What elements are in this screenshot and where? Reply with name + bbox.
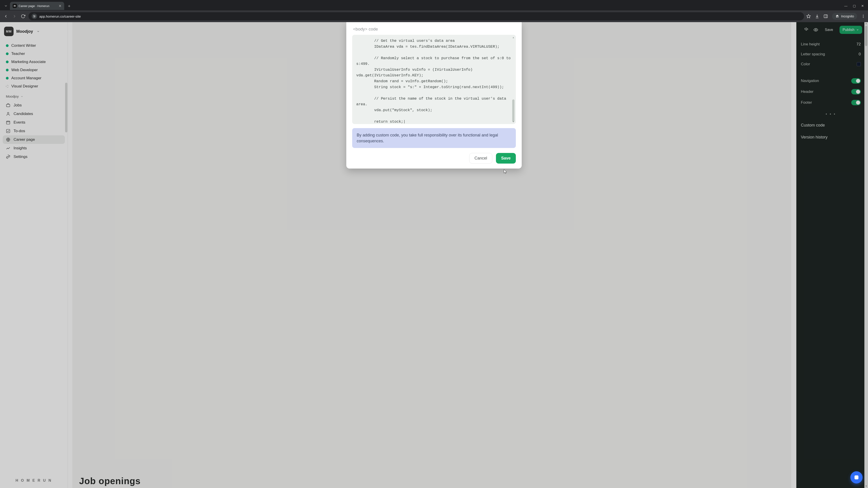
svg-marker-6 bbox=[807, 14, 811, 18]
save-button[interactable]: Save bbox=[496, 153, 516, 164]
downloads-icon[interactable] bbox=[815, 14, 819, 19]
address-bar[interactable]: app.homerun.co/career-site bbox=[29, 12, 804, 20]
svg-point-11 bbox=[863, 17, 864, 18]
incognito-pill[interactable]: Incognito bbox=[832, 13, 857, 20]
scroll-down-icon[interactable]: ▼ bbox=[512, 121, 515, 123]
scroll-thumb[interactable] bbox=[512, 99, 515, 122]
incognito-label: Incognito bbox=[841, 14, 854, 18]
favicon-icon: H bbox=[13, 4, 17, 8]
window-close-icon[interactable]: ✕ bbox=[861, 4, 864, 8]
modal-title: <body> code bbox=[352, 27, 516, 35]
svg-rect-23 bbox=[855, 475, 858, 479]
nav-forward-button[interactable] bbox=[11, 13, 18, 20]
window-maximize-icon[interactable]: ▢ bbox=[853, 4, 856, 8]
svg-point-9 bbox=[863, 15, 864, 15]
sidepanel-icon[interactable] bbox=[824, 14, 828, 19]
browser-tab-strip: H Career page · Homerun ✕ ＋ ― ▢ ✕ bbox=[0, 0, 868, 10]
code-scrollbar[interactable]: ▲ ▼ bbox=[512, 36, 515, 123]
nav-reload-button[interactable] bbox=[20, 13, 26, 20]
app-viewport: MM Moodjoy Content Writer Teacher Market… bbox=[0, 22, 868, 488]
tab-search-icon[interactable] bbox=[2, 1, 10, 10]
svg-point-10 bbox=[863, 16, 864, 17]
cancel-button[interactable]: Cancel bbox=[469, 153, 492, 164]
browser-tab[interactable]: H Career page · Homerun ✕ bbox=[10, 2, 64, 10]
disclaimer-banner: By adding custom code, you take full res… bbox=[352, 128, 516, 148]
kebab-menu-icon[interactable] bbox=[861, 14, 865, 18]
scroll-up-icon[interactable]: ▲ bbox=[512, 36, 515, 38]
custom-code-modal: <body> code // Get the virtual users's d… bbox=[346, 22, 522, 168]
new-tab-button[interactable]: ＋ bbox=[66, 3, 72, 9]
window-minimize-icon[interactable]: ― bbox=[844, 4, 847, 8]
code-editor[interactable]: // Get the virtual users's data area IDa… bbox=[352, 35, 516, 124]
bookmark-star-icon[interactable] bbox=[806, 14, 811, 19]
code-content[interactable]: // Get the virtual users's data area IDa… bbox=[356, 38, 512, 124]
url-text: app.homerun.co/career-site bbox=[39, 14, 81, 18]
svg-rect-7 bbox=[824, 15, 828, 18]
browser-toolbar: app.homerun.co/career-site Incognito bbox=[0, 10, 868, 22]
nav-back-button[interactable] bbox=[3, 13, 9, 20]
tab-title: Career page · Homerun bbox=[19, 4, 57, 8]
svg-point-3 bbox=[34, 15, 34, 15]
intercom-launcher[interactable] bbox=[850, 471, 863, 484]
site-settings-icon[interactable] bbox=[32, 13, 37, 19]
tab-close-icon[interactable]: ✕ bbox=[59, 4, 61, 8]
svg-point-5 bbox=[34, 17, 34, 17]
window-controls: ― ▢ ✕ bbox=[844, 4, 866, 8]
svg-point-4 bbox=[35, 16, 35, 17]
